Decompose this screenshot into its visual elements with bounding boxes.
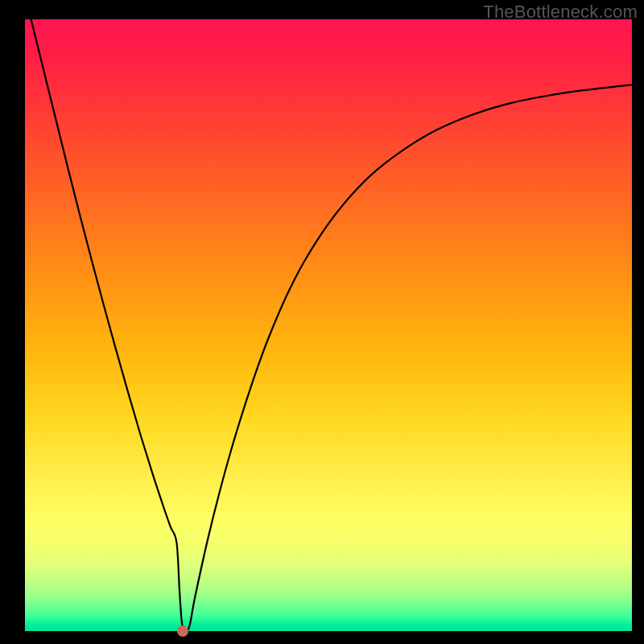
bottleneck-curve [25, 19, 632, 631]
optimum-marker-icon [177, 625, 188, 637]
chart-frame: TheBottleneck.com [0, 0, 644, 644]
plot-gradient-area [25, 19, 632, 631]
watermark-text: TheBottleneck.com [483, 2, 638, 23]
